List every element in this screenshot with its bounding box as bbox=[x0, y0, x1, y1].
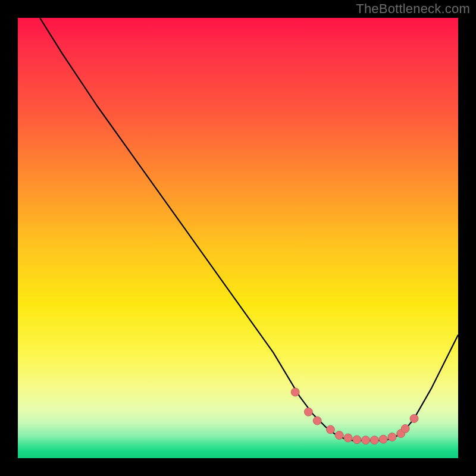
highlight-markers-group bbox=[291, 388, 418, 444]
highlight-marker bbox=[401, 424, 409, 433]
highlight-marker bbox=[304, 408, 312, 416]
bottleneck-curve-line bbox=[40, 18, 458, 440]
highlight-marker bbox=[379, 435, 387, 443]
highlight-marker bbox=[353, 436, 361, 444]
highlight-marker bbox=[370, 436, 378, 444]
chart-overlay bbox=[18, 18, 458, 458]
highlight-marker bbox=[388, 433, 396, 441]
plot-area bbox=[18, 18, 458, 458]
highlight-marker bbox=[313, 416, 321, 425]
highlight-marker bbox=[291, 388, 299, 396]
chart-frame: TheBottleneck.com bbox=[0, 0, 476, 476]
watermark-text: TheBottleneck.com bbox=[356, 1, 470, 17]
highlight-marker bbox=[362, 436, 370, 444]
highlight-marker bbox=[410, 414, 418, 422]
highlight-marker bbox=[326, 425, 334, 434]
highlight-marker bbox=[335, 431, 343, 440]
highlight-marker bbox=[344, 434, 352, 442]
